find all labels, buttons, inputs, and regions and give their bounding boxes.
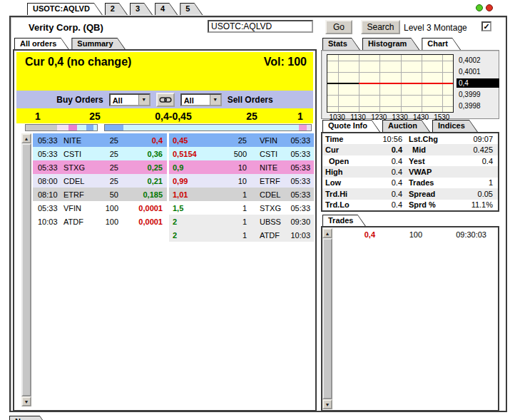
level3-montage-checkbox[interactable]: ✓	[481, 21, 491, 31]
scroll-down-button[interactable]: ▼	[322, 399, 332, 409]
quote-label: Trd.Hi	[322, 190, 364, 198]
symbol-input[interactable]	[208, 20, 313, 33]
ask-row[interactable]: 1,51STXG05:33	[169, 201, 314, 215]
depth-segment	[307, 125, 311, 130]
trade-size: 100	[375, 230, 422, 239]
ask-row[interactable]: 0,910NITE05:33	[169, 160, 314, 174]
ask-size: 1	[210, 231, 253, 240]
ask-price: 0,99	[169, 177, 210, 185]
scrollbar-thumb[interactable]	[21, 143, 31, 396]
scroll-up-button[interactable]: ▲	[21, 133, 31, 143]
trades-scrollbar[interactable]: ▲ ▼	[322, 228, 332, 409]
bid-size: 25	[94, 150, 130, 158]
ask-size: 10	[210, 163, 253, 172]
window-tab-2[interactable]: 2	[105, 3, 128, 15]
ask-market-maker: UBSS	[253, 217, 284, 226]
quote-label: VWAP	[402, 168, 452, 176]
scroll-down-button[interactable]: ▼	[21, 396, 31, 406]
y-tick-label: 0,4	[457, 78, 499, 88]
quote-tab-indices[interactable]: Indices	[432, 120, 478, 132]
ask-row[interactable]: 21UBSS09:30	[169, 215, 314, 228]
bid-market-maker: NITE	[61, 136, 94, 145]
book-row: 08:10ETRF500,1851,011CDEL05:33	[33, 188, 314, 201]
ask-time: 10:03	[284, 231, 314, 240]
quote-value: 0.4	[364, 178, 402, 187]
search-button[interactable]: Search	[361, 20, 400, 34]
ask-row[interactable]: 0,5154500CSTI05:33	[169, 147, 314, 160]
scroll-up-button[interactable]: ▲	[322, 228, 332, 238]
depth-segment	[123, 125, 299, 130]
ask-row[interactable]: 21ATDF10:03	[169, 228, 314, 242]
analysis-tab-chart[interactable]: Chart	[422, 38, 461, 50]
orderbook-scrollbar[interactable]: ▲ ▼	[21, 133, 31, 406]
window-tab-5[interactable]: 5	[180, 3, 203, 15]
ask-row[interactable]: 1,011CDEL05:33	[169, 188, 314, 201]
bid-row[interactable]: 05:33VFIN1000,0001	[33, 201, 167, 215]
window-tab-label: USOTC:AQLVD	[28, 4, 102, 15]
order-book: 05:33NITE250,40,4525VFIN05:3305:33CSTI25…	[33, 133, 314, 242]
quote-tab-label: Quote Info	[323, 121, 379, 132]
quote-label: Time	[322, 135, 364, 143]
orders-tab-all-orders[interactable]: All orders	[14, 38, 69, 50]
quote-label: Trades	[402, 178, 452, 187]
status-red-icon	[486, 4, 493, 11]
quote-row: Trd.Lo0.4Sprd %11.1%	[322, 200, 498, 210]
ask-size: 1	[210, 204, 253, 212]
buy-orders-label: Buy Orders	[56, 95, 103, 105]
link-filters-button[interactable]	[156, 93, 175, 107]
bid-row[interactable]: 08:00CDEL250,21	[33, 174, 167, 188]
quote-tab-auction[interactable]: Auction	[382, 120, 430, 132]
bid-price: 0,21	[130, 177, 167, 185]
analysis-tab-label: Stats	[323, 39, 359, 50]
scrollbar-track[interactable]	[21, 143, 31, 396]
chevron-down-icon[interactable]: ▼	[138, 95, 149, 105]
trade-time: 09:30:03	[422, 230, 496, 239]
gridline	[327, 61, 453, 61]
ask-time: 05:33	[284, 177, 314, 185]
bid-time: 05:33	[33, 150, 61, 158]
quote-label: Lst.Chg	[402, 135, 452, 143]
analysis-tab-stats[interactable]: Stats	[322, 38, 360, 50]
ask-size: 1	[210, 217, 253, 226]
window-tab-4[interactable]: 4	[155, 3, 178, 15]
bid-row[interactable]: 05:33STXG250,25	[33, 160, 167, 174]
ask-market-maker: CDEL	[253, 190, 284, 199]
book-row: 05:33VFIN1000,00011,51STXG05:33	[33, 201, 314, 215]
go-button[interactable]: Go	[325, 20, 352, 34]
quote-label: Open	[322, 157, 364, 165]
news-tab-strip: News	[9, 416, 51, 420]
quote-row: Cur0.4Mid0.425	[322, 144, 498, 155]
window-tab-3[interactable]: 3	[130, 3, 153, 15]
ask-row[interactable]: 0,4525VFIN05:33	[169, 133, 314, 147]
bid-price: 0,4	[130, 136, 167, 145]
ask-market-maker: VFIN	[253, 136, 284, 145]
tab-trades[interactable]: Trades	[322, 215, 366, 227]
inside-spread: 0,4-0,45	[131, 111, 216, 122]
trade-row[interactable]: 0,410009:30:03	[332, 228, 496, 240]
bid-time: 05:33	[33, 163, 61, 172]
window-tab-usotc-aqlvd[interactable]: USOTC:AQLVD	[27, 3, 103, 15]
quote-value: 0.4	[364, 145, 402, 154]
scrollbar-track[interactable]	[322, 238, 332, 399]
bid-row[interactable]: 05:33NITE250,4	[33, 133, 167, 147]
ask-row[interactable]: 0,9910ETRF05:33	[169, 174, 314, 188]
bid-row[interactable]: 10:03ATDF1000,0001	[33, 215, 167, 228]
ask-time: 05:33	[284, 204, 314, 212]
bid-row[interactable]: 05:33CSTI250,36	[33, 147, 167, 160]
quote-tab-quote-info[interactable]: Quote Info	[322, 120, 380, 132]
orders-tab-summary[interactable]: Summary	[71, 38, 126, 50]
book-row: 05:33NITE250,40,4525VFIN05:33	[33, 133, 314, 147]
buy-filter-dropdown[interactable]: All ▼	[109, 93, 151, 106]
chevron-down-icon[interactable]: ▼	[210, 95, 220, 105]
quote-info-table: Time10:56Lst.Chg09:07Cur0.4Mid0.425Open0…	[321, 132, 499, 212]
bid-row[interactable]: 08:10ETRF500,185	[33, 188, 167, 201]
scrollbar-thumb[interactable]	[322, 238, 332, 399]
window-tab-label: 2	[106, 4, 127, 15]
ask-size: 1	[210, 190, 253, 199]
tab-news[interactable]: News	[9, 416, 49, 420]
sell-filter-dropdown[interactable]: All ▼	[180, 93, 222, 106]
ask-price: 0,9	[169, 163, 210, 172]
analysis-tab-histogram[interactable]: Histogram	[362, 38, 419, 50]
y-tick-label: 0,3999	[459, 90, 481, 99]
bid-market-maker: CDEL	[61, 177, 94, 185]
